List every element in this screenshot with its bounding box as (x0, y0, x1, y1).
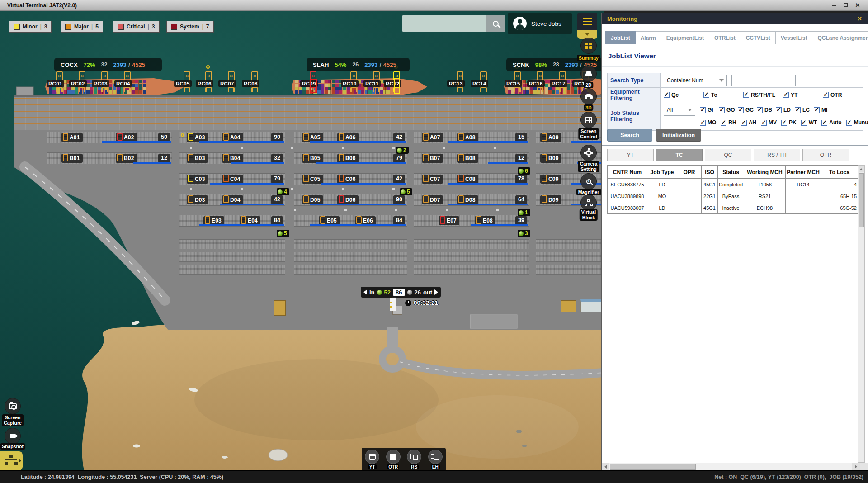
yard-block-C07[interactable]: C07 (422, 175, 443, 184)
subtab-qc[interactable]: QC (705, 149, 751, 161)
job-status-select[interactable]: All (664, 104, 695, 116)
vessel-COCX[interactable] (45, 77, 184, 97)
tab-equipmentlist[interactable]: EquipmentList (661, 31, 709, 44)
summary-button[interactable] (580, 38, 597, 54)
alarm-badge-critical[interactable]: Critical|3 (113, 21, 160, 33)
yard-block-E08[interactable]: E08 (475, 216, 495, 225)
job-status-extra-input[interactable] (854, 104, 868, 117)
alarm-badge-system[interactable]: System|7 (166, 21, 214, 33)
tab-joblist[interactable]: JobList (605, 31, 636, 44)
yard-block-C09[interactable]: C09 (540, 175, 561, 184)
checkbox-mi[interactable]: MI (814, 107, 833, 113)
gate-prev-icon[interactable] (363, 289, 367, 295)
initialization-button[interactable]: Initialization (656, 129, 701, 142)
yard-block-C04[interactable]: C04 (222, 175, 243, 184)
screen-control-button[interactable] (580, 112, 597, 128)
quay-crane-RC05[interactable]: ⊗⊗RC05 (184, 65, 191, 93)
quay-crane-RC14[interactable]: ⊗⊗RC14 (480, 65, 487, 93)
quay-crane-RC06[interactable]: ⊗⊗RC06 (205, 65, 212, 93)
scroll-up-icon[interactable] (859, 166, 864, 172)
checkbox-wt[interactable]: WT (801, 119, 817, 126)
yard-block-A02[interactable]: A02 (116, 133, 137, 142)
yard-block-A03[interactable]: A03 (187, 133, 208, 142)
yard-block-A06[interactable]: A06 (337, 133, 359, 142)
maximize-button[interactable] (840, 1, 852, 9)
search-button[interactable] (486, 15, 505, 32)
yard-block-A04[interactable]: A04 (222, 133, 243, 142)
yard-block-A05[interactable]: A05 (302, 133, 323, 142)
toggle-eh[interactable]: EH (428, 450, 443, 469)
yard-block-C06[interactable]: C06 (337, 175, 359, 184)
yard-block-D08[interactable]: D08 (457, 195, 478, 204)
tab-qclane-assignment[interactable]: QCLane Assignment (812, 31, 868, 44)
yard-block-B09[interactable]: B09 (540, 154, 561, 163)
yard-block-A07[interactable]: A07 (422, 133, 443, 142)
checkbox-auto[interactable]: Auto (821, 119, 841, 126)
checkbox-munual[interactable]: Munual (846, 119, 868, 126)
yard-block-B01[interactable]: B01 (61, 154, 83, 163)
search-value-input[interactable] (731, 75, 796, 86)
table-row[interactable]: UACU3889898MO22G1ByPassRS2165H-15 (608, 190, 858, 202)
yard-block-B07[interactable]: B07 (422, 154, 443, 163)
checkbox-ah[interactable]: AH (741, 119, 756, 126)
close-window-button[interactable]: ✕ (852, 1, 863, 9)
checkbox-mv[interactable]: MV (761, 119, 777, 126)
subtab-rs/th[interactable]: RS / TH (754, 149, 800, 161)
checkbox-go[interactable]: GO (719, 107, 738, 113)
yard-block-B03[interactable]: B03 (187, 154, 208, 163)
yard-block-C08[interactable]: C08 (457, 175, 478, 184)
checkbox-rh[interactable]: RH (721, 119, 736, 126)
yard-block-C03[interactable]: C03 (187, 175, 208, 184)
quay-crane-RC07[interactable]: ⊗⊗RC07 (228, 65, 235, 93)
table-row[interactable]: SEGU5836775LD45G1CompletedT1056RC144 (608, 179, 858, 190)
yard-block-B08[interactable]: B08 (457, 154, 478, 163)
checkbox-otr[interactable]: OTR (823, 92, 858, 98)
checkbox-ld[interactable]: LD (776, 107, 795, 113)
checkbox-ds[interactable]: DS (757, 107, 776, 113)
panel-close-icon[interactable]: ✕ (857, 15, 862, 22)
yard-block-B05[interactable]: B05 (302, 154, 323, 163)
virtual-block-button[interactable] (580, 194, 597, 211)
search-type-select[interactable]: Container Num (664, 75, 727, 86)
yard-block-D06[interactable]: D06 (337, 195, 359, 204)
yard-block-D07[interactable]: D07 (422, 195, 443, 204)
checkbox-pk[interactable]: PK (781, 119, 797, 126)
checkbox-gc[interactable]: GC (738, 107, 757, 113)
checkbox-mo[interactable]: MO (700, 119, 716, 126)
yard-block-B04[interactable]: B04 (222, 154, 243, 163)
checkbox-qc[interactable]: Qc (664, 92, 699, 98)
tab-cctvlist[interactable]: CCTVList (741, 31, 776, 44)
search-button-panel[interactable]: Search (607, 129, 652, 142)
alarm-badge-minor[interactable]: Minor|3 (9, 21, 52, 33)
toggle-yt[interactable]: YT (365, 450, 379, 469)
yard-block-D03[interactable]: D03 (187, 195, 208, 204)
yard-block-E03[interactable]: E03 (203, 216, 224, 225)
quay-crane-RC08[interactable]: ⊗⊗RC08 (251, 65, 259, 93)
checkbox-gi[interactable]: GI (700, 107, 719, 113)
yard-block-D05[interactable]: D05 (302, 195, 323, 204)
alarm-badge-major[interactable]: Major|5 (61, 21, 103, 33)
quay-crane-RC13[interactable]: ⊗⊗RC13 (457, 65, 464, 93)
subtab-yt[interactable]: YT (607, 149, 654, 161)
yard-block-B02[interactable]: B02 (116, 154, 137, 163)
yard-block-C05[interactable]: C05 (302, 175, 323, 184)
yard-block-E04[interactable]: E04 (240, 216, 260, 225)
subtab-otr[interactable]: OTR (802, 149, 849, 161)
scroll-left-icon[interactable] (602, 463, 609, 470)
yard-block-E07[interactable]: E07 (439, 216, 459, 225)
toggle-rs[interactable]: RS (407, 450, 421, 469)
tab-alarm[interactable]: Alarm (636, 31, 661, 44)
table-vertical-scrollbar[interactable] (858, 165, 865, 463)
yard-block-A01[interactable]: A01 (61, 133, 83, 142)
screen-capture-button[interactable] (5, 398, 21, 414)
yard-block-E06[interactable]: E06 (355, 216, 376, 225)
yard-block-D09[interactable]: D09 (540, 195, 561, 204)
scrollbar-thumb[interactable] (610, 464, 696, 470)
checkbox-tc[interactable]: Tc (703, 92, 739, 98)
checkbox-yt[interactable]: YT (783, 92, 818, 98)
view-2d-button[interactable] (580, 66, 597, 82)
magnifier-button[interactable]: + (580, 173, 597, 189)
checkbox-lc[interactable]: LC (795, 107, 814, 113)
tab-otrlist[interactable]: OTRList (709, 31, 741, 44)
table-horizontal-scrollbar[interactable] (602, 463, 868, 470)
